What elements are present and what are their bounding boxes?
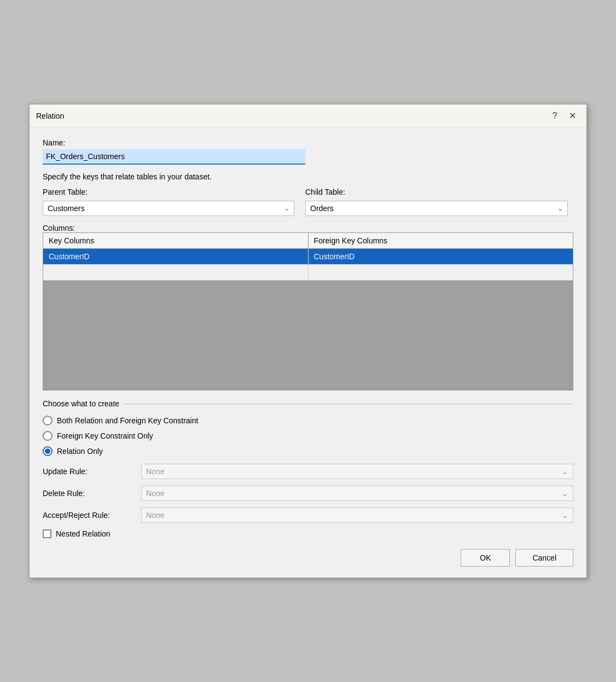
- section-divider: [125, 404, 573, 404]
- delete-rule-arrow: ⌄: [562, 489, 568, 498]
- name-group: Name:: [43, 138, 573, 165]
- update-rule-arrow: ⌄: [562, 467, 568, 476]
- child-table-group: Child Table: Orders ⌄: [305, 188, 568, 216]
- update-rule-label: Update Rule:: [43, 467, 141, 476]
- key-column-cell: CustomerID: [43, 249, 309, 264]
- accept-reject-rule-arrow: ⌄: [562, 511, 568, 520]
- parent-table-value: Customers: [48, 204, 85, 213]
- nested-relation-row: Nested Relation: [43, 529, 573, 538]
- nested-relation-label: Nested Relation: [56, 529, 111, 538]
- foreign-key-column-cell-empty: [309, 265, 573, 280]
- nested-relation-checkbox[interactable]: [43, 529, 51, 538]
- delete-rule-row: Delete Rule: None ⌄: [43, 486, 573, 501]
- title-bar-left: Relation: [36, 112, 64, 120]
- child-table-dropdown[interactable]: Orders ⌄: [305, 201, 568, 216]
- columns-label: Columns:: [43, 224, 75, 232]
- dialog-title: Relation: [36, 112, 64, 120]
- radio-label-fk-only: Foreign Key Constraint Only: [57, 432, 153, 440]
- radio-dot-relation-only: [45, 448, 50, 454]
- child-table-label: Child Table:: [305, 188, 568, 196]
- radio-relation-only[interactable]: Relation Only: [43, 446, 573, 456]
- table-row[interactable]: [43, 265, 573, 281]
- accept-reject-rule-dropdown[interactable]: None ⌄: [141, 508, 573, 523]
- radio-both[interactable]: Both Relation and Foreign Key Constraint: [43, 416, 573, 425]
- delete-rule-label: Delete Rule:: [43, 489, 141, 498]
- relation-dialog: Relation ? ✕ Name: Specify the keys that…: [29, 104, 587, 578]
- button-row: OK Cancel: [43, 549, 573, 567]
- name-input[interactable]: [43, 149, 305, 165]
- accept-reject-rule-value: None: [146, 511, 164, 520]
- cancel-button[interactable]: Cancel: [515, 549, 573, 567]
- name-label: Name:: [43, 138, 573, 147]
- radio-circle-fk-only: [43, 431, 53, 441]
- choose-label: Choose what to create: [43, 399, 119, 408]
- radio-group: Both Relation and Foreign Key Constraint…: [43, 416, 573, 456]
- update-rule-value: None: [146, 467, 164, 476]
- parent-table-label: Parent Table:: [43, 188, 294, 196]
- radio-circle-relation-only: [43, 446, 53, 456]
- dialog-body: Name: Specify the keys that relate table…: [30, 127, 586, 578]
- accept-reject-rule-row: Accept/Reject Rule: None ⌄: [43, 508, 573, 523]
- columns-header-row: Key Columns Foreign Key Columns: [43, 233, 573, 249]
- title-bar: Relation ? ✕: [30, 104, 586, 127]
- foreign-key-columns-header: Foreign Key Columns: [309, 233, 573, 248]
- child-table-value: Orders: [310, 204, 334, 213]
- columns-section: Columns: Key Columns Foreign Key Columns…: [43, 224, 573, 390]
- description-text: Specify the keys that relate tables in y…: [43, 172, 573, 181]
- key-columns-header: Key Columns: [43, 233, 309, 248]
- choose-section-header: Choose what to create: [43, 399, 573, 408]
- gray-area: [43, 281, 573, 390]
- radio-label-both: Both Relation and Foreign Key Constraint: [57, 416, 198, 425]
- close-button[interactable]: ✕: [565, 108, 580, 124]
- delete-rule-value: None: [146, 489, 164, 498]
- update-rule-row: Update Rule: None ⌄: [43, 464, 573, 479]
- update-rule-dropdown[interactable]: None ⌄: [141, 464, 573, 479]
- parent-table-dropdown[interactable]: Customers ⌄: [43, 201, 294, 216]
- title-bar-buttons: ? ✕: [547, 108, 580, 124]
- radio-fk-only[interactable]: Foreign Key Constraint Only: [43, 431, 573, 441]
- ok-button[interactable]: OK: [461, 549, 510, 567]
- columns-table: Key Columns Foreign Key Columns Customer…: [43, 232, 573, 390]
- radio-circle-both: [43, 416, 53, 425]
- help-button[interactable]: ?: [547, 108, 562, 124]
- table-row[interactable]: CustomerID CustomerID: [43, 249, 573, 265]
- key-column-cell-empty: [43, 265, 309, 280]
- parent-table-arrow: ⌄: [284, 205, 289, 212]
- delete-rule-dropdown[interactable]: None ⌄: [141, 486, 573, 501]
- child-table-arrow: ⌄: [557, 205, 563, 212]
- radio-label-relation-only: Relation Only: [57, 447, 103, 456]
- table-dropdowns-row: Parent Table: Customers ⌄ Child Table: O…: [43, 188, 573, 216]
- foreign-key-column-cell: CustomerID: [309, 249, 573, 264]
- accept-reject-rule-label: Accept/Reject Rule:: [43, 511, 141, 520]
- parent-table-group: Parent Table: Customers ⌄: [43, 188, 294, 216]
